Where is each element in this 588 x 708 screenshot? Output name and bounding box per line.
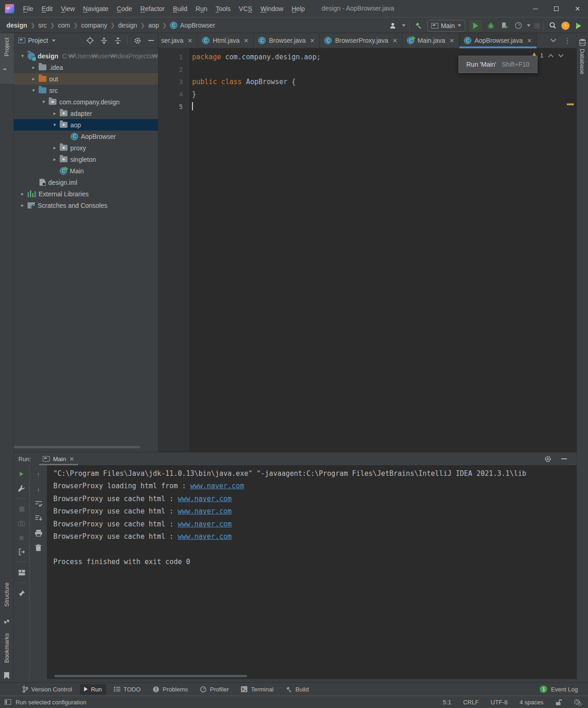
- tab-html-java[interactable]: C Html.java✕: [198, 33, 254, 48]
- close-tab-icon[interactable]: ✕: [527, 37, 532, 44]
- down-stacktrace-icon[interactable]: ↓: [34, 484, 44, 494]
- tree-item-adapter[interactable]: ▸ adapter: [14, 108, 158, 119]
- settings-gear-icon[interactable]: [133, 36, 141, 45]
- tree-item-external-libraries[interactable]: ▸ External Libraries: [14, 188, 158, 200]
- breadcrumb-src[interactable]: src: [38, 22, 47, 29]
- stripe-bookmarks-tab[interactable]: Bookmarks: [3, 633, 10, 663]
- chevron-right-icon[interactable]: ▸: [50, 145, 60, 151]
- toolwindow-run[interactable]: Run: [80, 684, 106, 695]
- chevron-down-icon[interactable]: ▾: [50, 122, 60, 128]
- menu-run[interactable]: Run: [192, 3, 212, 14]
- menu-build[interactable]: Build: [169, 3, 192, 14]
- code-editor[interactable]: 1 2 3 4 5 package com.company.design.aop…: [158, 48, 577, 451]
- coverage-button[interactable]: [499, 21, 509, 31]
- console-link[interactable]: www.naver.com: [178, 507, 232, 515]
- tree-item-src[interactable]: ▾ src: [14, 85, 158, 96]
- hide-panel-icon[interactable]: [560, 455, 568, 463]
- build-hammer-icon[interactable]: [413, 21, 424, 31]
- tree-item-proxy[interactable]: ▸ proxy: [14, 142, 158, 154]
- close-tab-icon[interactable]: ✕: [449, 37, 454, 44]
- run-tab-main[interactable]: Main ✕: [39, 452, 78, 465]
- menu-file[interactable]: File: [19, 3, 38, 14]
- locate-file-icon[interactable]: [86, 36, 94, 45]
- toolwindow-event-log[interactable]: Event Log: [551, 686, 578, 693]
- toolwindow-problems[interactable]: Problems: [148, 684, 192, 695]
- toolwindow-terminal[interactable]: Terminal: [237, 684, 277, 695]
- toolwindow-switcher-icon[interactable]: [5, 699, 11, 705]
- console-link[interactable]: www.naver.com: [190, 482, 244, 490]
- update-icon[interactable]: ↑: [561, 22, 570, 30]
- tree-item-idea[interactable]: ▸ .idea: [14, 62, 158, 73]
- bookmark-icon[interactable]: [4, 672, 10, 679]
- stripe-project-tab[interactable]: Project: [3, 38, 10, 56]
- user-dropdown-icon[interactable]: [402, 24, 406, 27]
- expand-all-icon[interactable]: [100, 36, 108, 45]
- scrollbar-warning-mark[interactable]: [567, 103, 574, 105]
- menu-window[interactable]: Window: [256, 3, 288, 14]
- layout-settings-icon[interactable]: [17, 567, 27, 577]
- debug-button[interactable]: [486, 21, 496, 31]
- run-config-selector[interactable]: Main: [427, 20, 465, 32]
- tree-item-design[interactable]: ▾ design C:₩Users₩user₩IdeaProjects₩d: [14, 50, 158, 62]
- settings-gear-icon[interactable]: [543, 455, 552, 463]
- tab-list-chevron-icon[interactable]: [550, 39, 556, 42]
- tree-item-singleton[interactable]: ▸ singleton: [14, 154, 158, 165]
- chevron-down-icon[interactable]: ▾: [28, 87, 39, 93]
- hide-panel-icon[interactable]: [147, 36, 155, 45]
- help-gear-icon[interactable]: ?: [574, 699, 582, 706]
- tree-item-package[interactable]: ▾ com.company.design: [14, 96, 158, 108]
- search-everywhere-icon[interactable]: [548, 21, 558, 31]
- breadcrumb-design[interactable]: design: [6, 22, 27, 29]
- editor-options-icon[interactable]: ⋮: [564, 36, 571, 45]
- tab-aopbrowser-java[interactable]: C AopBrowser.java✕: [459, 33, 537, 48]
- chevron-down-icon[interactable]: ▾: [17, 53, 28, 59]
- soft-wrap-icon[interactable]: [34, 498, 44, 508]
- project-view-dropdown-icon[interactable]: [52, 40, 56, 42]
- code-with-me-icon[interactable]: [573, 21, 583, 31]
- toolwindow-todo[interactable]: TODO: [110, 684, 145, 695]
- tree-item-aop[interactable]: ▾ aop: [14, 119, 158, 131]
- maximize-button[interactable]: [546, 0, 567, 17]
- tab-browser-java[interactable]: C Browser.java✕: [254, 33, 320, 48]
- tree-item-design-iml[interactable]: design.iml: [14, 177, 158, 188]
- profiler-button[interactable]: [513, 21, 523, 31]
- rerun-button[interactable]: [17, 469, 27, 479]
- scroll-to-end-icon[interactable]: [34, 513, 44, 523]
- chevron-right-icon[interactable]: ▸: [28, 64, 39, 70]
- clear-console-icon[interactable]: [34, 542, 44, 553]
- user-icon[interactable]: [388, 21, 398, 31]
- close-tab-icon[interactable]: ✕: [310, 37, 315, 44]
- database-icon[interactable]: [579, 39, 586, 46]
- edit-configuration-icon[interactable]: [17, 483, 27, 493]
- up-stacktrace-icon[interactable]: ↑: [34, 469, 44, 479]
- project-horizontal-scrollbar[interactable]: [14, 446, 140, 448]
- menu-vcs[interactable]: VCS: [235, 3, 256, 14]
- toolwindow-version-control[interactable]: Version Control: [18, 684, 76, 695]
- close-tab-icon[interactable]: ✕: [244, 37, 249, 44]
- stripe-structure-tab[interactable]: Structure: [3, 582, 10, 607]
- line-ending[interactable]: CRLF: [463, 699, 479, 706]
- chevron-right-icon[interactable]: ▸: [50, 110, 60, 116]
- breadcrumb-aop[interactable]: aop: [148, 22, 159, 29]
- toolwindow-build[interactable]: Build: [281, 684, 313, 695]
- breadcrumb-com[interactable]: com: [58, 22, 70, 29]
- menu-code[interactable]: Code: [113, 3, 136, 14]
- structure-icon[interactable]: [4, 618, 10, 624]
- chevron-down-icon[interactable]: ▾: [39, 99, 49, 105]
- close-button[interactable]: ✕: [567, 0, 588, 17]
- tab-browser-java-truncated[interactable]: ser.java✕: [158, 33, 198, 48]
- close-tab-icon[interactable]: ✕: [392, 37, 397, 44]
- project-panel-title[interactable]: Project: [28, 37, 48, 44]
- next-warning-icon[interactable]: [558, 54, 564, 57]
- close-tab-icon[interactable]: ✕: [187, 37, 192, 44]
- tab-browserproxy-java[interactable]: C BrowserProxy.java✕: [320, 33, 402, 48]
- lock-icon[interactable]: [555, 699, 562, 706]
- print-icon[interactable]: [34, 528, 44, 538]
- chevron-right-icon[interactable]: ▸: [50, 156, 60, 162]
- console-horizontal-scrollbar[interactable]: [54, 675, 247, 677]
- collapse-all-icon[interactable]: [113, 36, 122, 45]
- breadcrumb-company[interactable]: company: [81, 22, 107, 29]
- exit-icon[interactable]: [17, 547, 27, 557]
- profiler-dropdown-icon[interactable]: [527, 24, 531, 27]
- tree-item-aopbrowser[interactable]: C AopBrowser: [14, 131, 158, 142]
